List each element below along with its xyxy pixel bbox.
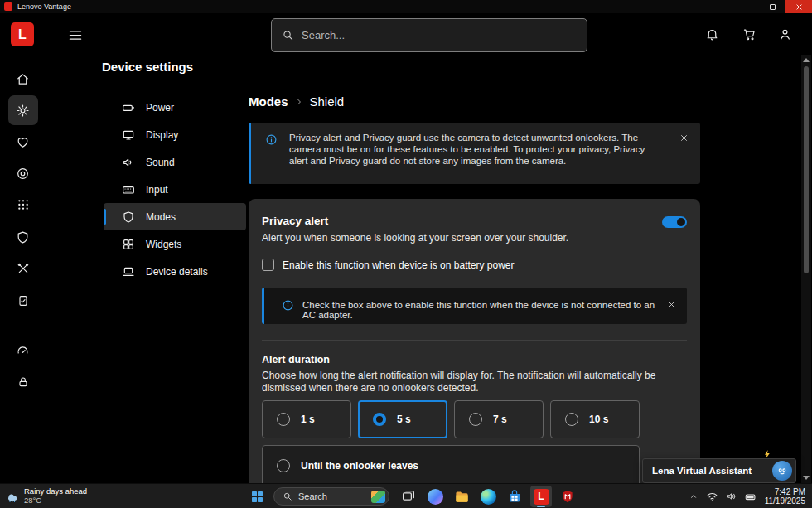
scrollbar[interactable] (801, 55, 811, 483)
scrollbar-thumb[interactable] (804, 66, 809, 273)
lock-icon[interactable] (0, 367, 46, 397)
sidebar-item-sound[interactable]: Sound (104, 148, 246, 176)
titlebar: Lenovo Vantage (0, 0, 812, 13)
store-icon[interactable] (504, 486, 525, 507)
taskbar: Rainy days ahead 28°C Search L (0, 483, 812, 508)
search-icon (282, 29, 294, 41)
battery-checkbox-row[interactable]: Enable this function when device is on b… (262, 259, 515, 271)
close-icon[interactable] (667, 300, 676, 309)
keyboard-icon (122, 183, 135, 196)
edge-icon[interactable] (477, 486, 499, 507)
radio-icon (373, 413, 386, 426)
search-input[interactable] (302, 29, 577, 41)
card-description: Alert you when someone is looking at you… (262, 232, 568, 244)
duration-option-10s[interactable]: 10 s (550, 400, 640, 438)
search-bar[interactable] (271, 18, 587, 52)
app-icon (4, 2, 12, 11)
minimize-button[interactable] (732, 0, 759, 13)
battery-icon[interactable] (745, 491, 757, 502)
restore-button[interactable] (759, 0, 785, 13)
privacy-alert-toggle[interactable] (662, 216, 687, 228)
alert-duration-title: Alert duration (262, 354, 330, 365)
gauge-icon[interactable] (0, 336, 46, 365)
assistant-label: Lena Virtual Assistant (652, 466, 772, 476)
alert-duration-description: Choose how long the alert notification w… (262, 370, 690, 394)
mcafee-icon[interactable] (557, 486, 578, 507)
vantage-taskbar-icon[interactable]: L (530, 486, 552, 507)
tools-icon[interactable] (0, 254, 46, 283)
sidebar-item-label: Widgets (146, 239, 181, 250)
menu-icon[interactable] (69, 30, 82, 41)
cart-icon[interactable] (742, 27, 756, 41)
radio-icon (277, 459, 290, 472)
lifebuoy-icon[interactable] (0, 158, 46, 188)
battery-checkbox[interactable] (262, 259, 274, 271)
info-icon (265, 133, 278, 146)
battery-checkbox-label: Enable this function when device is on b… (283, 259, 515, 271)
clock-date: 11/19/2025 (765, 496, 805, 506)
weather-widget[interactable]: Rainy days ahead 28°C (5, 486, 87, 505)
sidebar-item-display[interactable]: Display (104, 121, 246, 148)
heart-icon[interactable] (0, 127, 46, 157)
breadcrumb-modes[interactable]: Modes (249, 94, 288, 109)
lenovo-logo[interactable]: L (11, 22, 34, 46)
sidebar-item-power[interactable]: Power (104, 94, 246, 121)
duration-option-1s[interactable]: 1 s (262, 400, 351, 438)
gear-icon[interactable] (0, 95, 46, 125)
taskbar-apps: L (398, 486, 578, 507)
close-icon[interactable] (679, 133, 689, 143)
search-highlight-icon[interactable] (371, 491, 385, 503)
user-icon[interactable] (778, 27, 792, 41)
banner-text: Privacy alert and Privacy guard use the … (289, 132, 657, 167)
clock-time: 7:42 PM (765, 487, 805, 497)
weather-icon (5, 490, 19, 502)
battery-icon (122, 101, 135, 114)
tray-chevron-icon[interactable] (689, 491, 698, 501)
page-title: Device settings (102, 60, 193, 74)
taskbar-clock[interactable]: 7:42 PM 11/19/2025 (765, 487, 805, 506)
widgets-icon (122, 238, 135, 251)
scroll-up-arrow[interactable] (803, 58, 810, 62)
search-icon (283, 491, 292, 501)
shield-icon (122, 210, 135, 224)
lena-virtual-assistant[interactable]: Lena Virtual Assistant (642, 458, 796, 483)
weather-text: Rainy days ahead (24, 486, 87, 496)
sidebar-item-modes[interactable]: Modes (104, 203, 246, 230)
copilot-icon[interactable] (424, 486, 446, 507)
settings-nav: Power Display Sound Input Modes Widgets … (104, 94, 246, 285)
apps-grid-icon[interactable] (0, 190, 46, 220)
duration-option-7s[interactable]: 7 s (454, 400, 544, 438)
taskbar-search-label: Search (298, 491, 365, 501)
bell-icon[interactable] (705, 27, 719, 41)
toggle-knob (677, 218, 685, 226)
sidebar-item-input[interactable]: Input (104, 176, 246, 203)
icon-rail: L (0, 13, 46, 483)
sidebar-item-widgets[interactable]: Widgets (104, 230, 246, 258)
clipboard-check-icon[interactable] (0, 286, 46, 316)
chevron-right-icon (295, 98, 303, 106)
sidebar-item-label: Input (146, 184, 168, 196)
monitor-icon (122, 128, 135, 142)
home-icon[interactable] (0, 64, 46, 94)
duration-option-until-leaves[interactable]: Until the onlooker leaves (262, 445, 640, 483)
laptop-icon (122, 265, 135, 278)
radio-icon (469, 413, 482, 426)
scroll-down-arrow[interactable] (803, 476, 810, 480)
start-button[interactable] (250, 490, 263, 503)
divider (262, 340, 687, 341)
shield-icon[interactable] (0, 222, 46, 252)
task-view-icon[interactable] (398, 486, 419, 507)
sidebar-item-label: Device details (146, 266, 208, 278)
sidebar-item-label: Display (146, 129, 178, 141)
sidebar-item-label: Sound (146, 157, 175, 168)
wifi-icon[interactable] (706, 491, 718, 502)
window-title: Lenovo Vantage (17, 2, 732, 11)
duration-option-5s[interactable]: 5 s (358, 400, 447, 438)
assistant-avatar[interactable] (772, 461, 792, 481)
sidebar-item-device-details[interactable]: Device details (104, 258, 246, 285)
volume-icon[interactable] (726, 491, 737, 502)
sidebar-item-label: Power (146, 102, 174, 114)
file-explorer-icon[interactable] (451, 486, 472, 507)
taskbar-search[interactable]: Search (273, 487, 389, 506)
close-button[interactable] (785, 0, 812, 13)
